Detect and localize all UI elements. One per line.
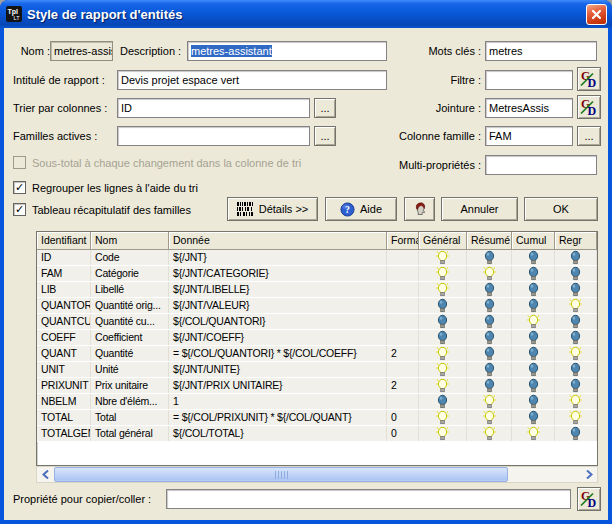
checkbox-regrouper[interactable]: ✓ Regrouper les lignes à l'aide du tri <box>13 181 198 194</box>
details-button[interactable]: Détails >> <box>227 197 318 221</box>
bulb-cell-cumul[interactable] <box>512 426 555 441</box>
propriete-copier-field[interactable] <box>166 489 571 509</box>
bulb-cell-regroupement[interactable] <box>555 298 597 313</box>
table-row[interactable]: QUANTCUMQuantité cu...${/COL/QUANTORI} <box>37 314 597 330</box>
bulb-cell-cumul[interactable] <box>512 394 555 409</box>
bulb-cell-cumul[interactable] <box>512 298 555 313</box>
bulb-cell-general[interactable] <box>419 346 467 361</box>
bulb-cell-general[interactable] <box>419 282 467 297</box>
title-bar[interactable]: TplLT Style de rapport d'entités <box>0 0 612 28</box>
nom-field[interactable]: metres-assist <box>50 41 113 61</box>
bulb-cell-regroupement[interactable] <box>555 426 597 441</box>
bulb-cell-regroupement[interactable] <box>555 250 597 265</box>
trier-field[interactable]: ID <box>117 98 310 118</box>
bulb-cell-regroupement[interactable] <box>555 394 597 409</box>
filtre-gd-button[interactable]: GD <box>577 67 601 91</box>
bulb-cell-cumul[interactable] <box>512 314 555 329</box>
colonne-famille-field[interactable]: FAM <box>485 126 573 146</box>
bulb-cell-cumul[interactable] <box>512 362 555 377</box>
close-button[interactable] <box>586 4 607 25</box>
bulb-cell-regroupement[interactable] <box>555 314 597 329</box>
bulb-cell-general[interactable] <box>419 298 467 313</box>
annuler-button[interactable]: Annuler <box>441 197 518 221</box>
jointure-field[interactable]: MetresAssis <box>485 98 573 118</box>
bulb-cell-resume[interactable] <box>467 250 512 265</box>
table-row[interactable]: QUANTORIQuantité orig...${/JNT/VALEUR} <box>37 298 597 314</box>
scroll-left-button[interactable] <box>37 467 54 482</box>
bulb-cell-resume[interactable] <box>467 378 512 393</box>
table-row[interactable]: FAMCatégorie${/JNT/CATEGORIE} <box>37 266 597 282</box>
familles-browse-button[interactable]: ... <box>314 126 336 146</box>
mots-cles-field[interactable]: metres <box>485 41 597 61</box>
colonne-famille-browse-button[interactable]: ... <box>577 126 601 146</box>
bulb-cell-regroupement[interactable] <box>555 266 597 281</box>
intitule-field[interactable]: Devis projet espace vert <box>117 70 387 90</box>
familles-field[interactable] <box>117 126 310 146</box>
bulb-cell-general[interactable] <box>419 330 467 345</box>
bulb-cell-cumul[interactable] <box>512 250 555 265</box>
bulb-cell-cumul[interactable] <box>512 282 555 297</box>
table-row[interactable]: IDCode${/JNT} <box>37 250 597 266</box>
bulb-cell-general[interactable] <box>419 362 467 377</box>
column-header-regr[interactable]: Regr <box>555 232 597 250</box>
person-button[interactable] <box>404 197 435 221</box>
table-row[interactable]: TOTALTotal= ${/COL/PRIXUNIT} * ${/COL/QU… <box>37 410 597 426</box>
checkbox-tableau-recapitulatif[interactable]: ✓ Tableau récapitulatif des familles <box>13 203 191 216</box>
table-row[interactable]: QUANTQuantité= ${/COL/QUANTORI} * ${/COL… <box>37 346 597 362</box>
bulb-cell-cumul[interactable] <box>512 346 555 361</box>
table-row[interactable]: NBELMNbre d'élém...1 <box>37 394 597 410</box>
scroll-right-button[interactable] <box>580 467 597 482</box>
bulb-cell-resume[interactable] <box>467 410 512 425</box>
bulb-cell-general[interactable] <box>419 266 467 281</box>
column-header-identifiant[interactable]: Identifiant <box>37 232 91 250</box>
column-header-cumul[interactable]: Cumul <box>512 232 555 250</box>
propriete-copier-gd-button[interactable]: GD <box>577 487 601 511</box>
bulb-cell-general[interactable] <box>419 394 467 409</box>
column-header-g-n-ral[interactable]: Général <box>419 232 467 250</box>
bulb-cell-general[interactable] <box>419 410 467 425</box>
table-row[interactable]: PRIXUNITPrix unitaire${/JNT/PRIX UNITAIR… <box>37 378 597 394</box>
bulb-cell-resume[interactable] <box>467 282 512 297</box>
checkbox-box[interactable]: ✓ <box>13 181 26 194</box>
bulb-cell-resume[interactable] <box>467 362 512 377</box>
bulb-cell-resume[interactable] <box>467 394 512 409</box>
scrollbar-thumb[interactable] <box>54 467 508 482</box>
bulb-cell-resume[interactable] <box>467 266 512 281</box>
table-row[interactable]: TOTALGENTotal général${/COL/TOTAL}0 <box>37 426 597 442</box>
column-header-donn-e[interactable]: Donnée <box>169 232 387 250</box>
bulb-cell-general[interactable] <box>419 426 467 441</box>
bulb-cell-resume[interactable] <box>467 298 512 313</box>
bulb-cell-resume[interactable] <box>467 314 512 329</box>
table-horizontal-scrollbar[interactable] <box>36 466 598 483</box>
bulb-cell-resume[interactable] <box>467 330 512 345</box>
bulb-cell-cumul[interactable] <box>512 410 555 425</box>
bulb-cell-resume[interactable] <box>467 346 512 361</box>
bulb-cell-regroupement[interactable] <box>555 346 597 361</box>
bulb-cell-cumul[interactable] <box>512 330 555 345</box>
bulb-cell-general[interactable] <box>419 250 467 265</box>
jointure-gd-button[interactable]: GD <box>577 95 601 119</box>
bulb-cell-regroupement[interactable] <box>555 362 597 377</box>
aide-button[interactable]: ? Aide <box>325 197 397 221</box>
bulb-cell-cumul[interactable] <box>512 266 555 281</box>
multi-proprietes-field[interactable] <box>485 155 597 175</box>
bulb-cell-resume[interactable] <box>467 426 512 441</box>
trier-browse-button[interactable]: ... <box>314 98 336 118</box>
table-row[interactable]: COEFFCoefficient${/JNT/COEFF} <box>37 330 597 346</box>
column-header-nom[interactable]: Nom <box>91 232 169 250</box>
description-field[interactable]: metres-assistant <box>187 41 387 61</box>
table-row[interactable]: UNITUnité${/JNT/UNITE} <box>37 362 597 378</box>
table-row[interactable]: LIBLibellé${/JNT/LIBELLE} <box>37 282 597 298</box>
bulb-cell-regroupement[interactable] <box>555 282 597 297</box>
bulb-cell-regroupement[interactable] <box>555 410 597 425</box>
filtre-field[interactable] <box>485 70 573 90</box>
column-header-forma[interactable]: Forma <box>387 232 419 250</box>
bulb-cell-regroupement[interactable] <box>555 378 597 393</box>
bulb-cell-general[interactable] <box>419 314 467 329</box>
column-header-r-sum-[interactable]: Résumé <box>467 232 512 250</box>
bulb-cell-regroupement[interactable] <box>555 330 597 345</box>
checkbox-box[interactable]: ✓ <box>13 203 26 216</box>
bulb-cell-general[interactable] <box>419 378 467 393</box>
bulb-cell-cumul[interactable] <box>512 378 555 393</box>
ok-button[interactable]: OK <box>524 197 598 221</box>
